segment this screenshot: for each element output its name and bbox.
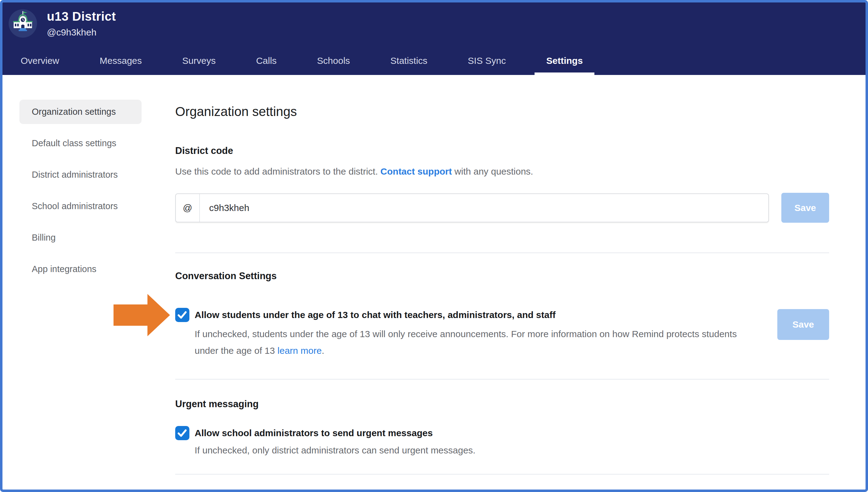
urgent-checkbox-line: Allow school administrators to send urge…: [175, 426, 829, 440]
urgent-setting-row: Allow school administrators to send urge…: [175, 426, 829, 458]
u13-chat-checkbox-line: Allow students under the age of 13 to ch…: [175, 308, 777, 322]
section-divider: [175, 474, 829, 475]
learn-more-link[interactable]: learn more: [278, 345, 322, 356]
u13-chat-desc-suffix: .: [322, 345, 324, 356]
district-code-desc-suffix: with any questions.: [452, 166, 533, 176]
district-name: u13 District: [47, 9, 116, 23]
district-code-heading: District code: [175, 145, 829, 157]
tab-messages[interactable]: Messages: [88, 46, 154, 75]
content-area: Organization settings Default class sett…: [2, 75, 866, 477]
section-divider: [175, 379, 829, 380]
urgent-setting-body: Allow school administrators to send urge…: [175, 426, 829, 458]
district-code-input[interactable]: [200, 194, 768, 222]
urgent-messages-checkbox-label: Allow school administrators to send urge…: [195, 426, 433, 440]
u13-chat-description: If unchecked, students under the age of …: [195, 326, 738, 359]
urgent-messages-description: If unchecked, only district administrato…: [195, 443, 738, 458]
sidebar-item-default-class-settings[interactable]: Default class settings: [20, 131, 142, 155]
conversation-settings-heading: Conversation Settings: [175, 270, 829, 282]
sidebar-item-app-integrations[interactable]: App integrations: [20, 257, 142, 281]
tab-surveys[interactable]: Surveys: [171, 46, 227, 75]
district-avatar: [9, 9, 37, 38]
district-code-desc-prefix: Use this code to add administrators to t…: [175, 166, 380, 176]
district-code-input-row: @ Save: [175, 193, 829, 223]
tab-sis-sync[interactable]: SIS Sync: [456, 46, 518, 75]
u13-chat-desc-prefix: If unchecked, students under the age of …: [195, 329, 737, 356]
conversation-setting-body: Allow students under the age of 13 to ch…: [175, 308, 777, 359]
district-header: u13 District @c9h3kheh Overview Messages…: [2, 2, 866, 75]
district-info: u13 District @c9h3kheh: [2, 2, 866, 38]
school-building-icon: [9, 9, 37, 38]
sidebar-item-billing[interactable]: Billing: [20, 225, 142, 250]
u13-chat-checkbox-label: Allow students under the age of 13 to ch…: [195, 308, 555, 322]
settings-main: Organization settings District code Use …: [175, 75, 829, 477]
main-nav: Overview Messages Surveys Calls Schools …: [2, 46, 594, 75]
sidebar-item-district-administrators[interactable]: District administrators: [20, 163, 142, 187]
district-handle: @c9h3kheh: [47, 27, 116, 38]
tab-schools[interactable]: Schools: [305, 46, 362, 75]
tab-statistics[interactable]: Statistics: [379, 46, 439, 75]
page-title: Organization settings: [175, 105, 829, 119]
district-code-description: Use this code to add administrators to t…: [175, 165, 829, 178]
district-code-save-button[interactable]: Save: [781, 193, 829, 223]
tab-overview[interactable]: Overview: [9, 46, 71, 75]
section-divider: [175, 252, 829, 253]
checkmark-icon: [175, 308, 190, 322]
urgent-messaging-heading: Urgent messaging: [175, 398, 829, 410]
tab-calls[interactable]: Calls: [244, 46, 289, 75]
settings-sidebar: Organization settings Default class sett…: [20, 75, 142, 477]
contact-support-link[interactable]: Contact support: [380, 166, 452, 176]
checkmark-icon: [175, 426, 190, 440]
sidebar-item-organization-settings[interactable]: Organization settings: [20, 100, 142, 124]
app-window: u13 District @c9h3kheh Overview Messages…: [0, 0, 868, 492]
district-code-input-group: @: [175, 193, 769, 222]
conversation-setting-row: Allow students under the age of 13 to ch…: [175, 308, 829, 359]
sidebar-item-school-administrators[interactable]: School administrators: [20, 194, 142, 218]
conversation-save-button[interactable]: Save: [777, 309, 829, 340]
tab-settings[interactable]: Settings: [535, 46, 594, 75]
urgent-messages-checkbox[interactable]: [175, 426, 190, 440]
u13-chat-checkbox[interactable]: [175, 308, 190, 322]
at-prefix: @: [176, 194, 200, 222]
district-text: u13 District @c9h3kheh: [47, 9, 116, 38]
